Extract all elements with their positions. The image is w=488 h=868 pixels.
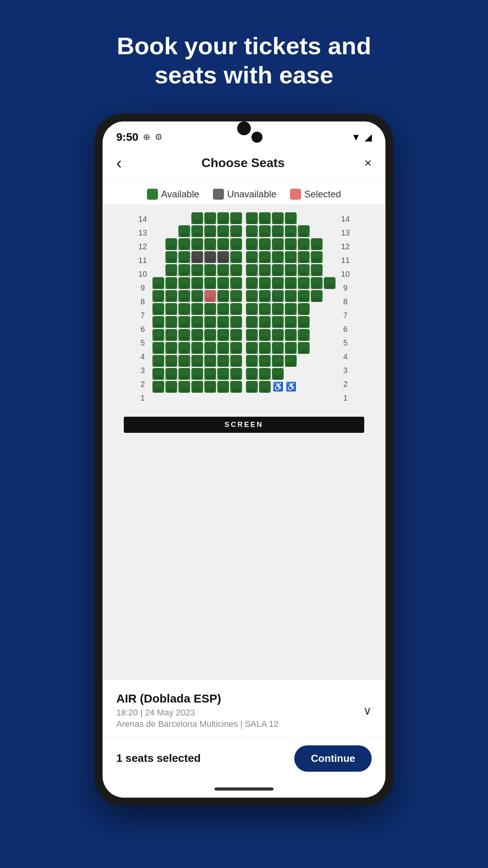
- seat[interactable]: [324, 277, 336, 289]
- seat[interactable]: [272, 303, 284, 315]
- seat[interactable]: [259, 355, 271, 367]
- seat[interactable]: [152, 368, 164, 380]
- seat[interactable]: [230, 368, 242, 380]
- seat[interactable]: [298, 290, 310, 302]
- seat[interactable]: [272, 225, 284, 237]
- seat[interactable]: [285, 329, 297, 341]
- seat[interactable]: [191, 238, 203, 250]
- seat[interactable]: [272, 264, 284, 276]
- seat[interactable]: [152, 303, 164, 315]
- seat[interactable]: [204, 329, 216, 341]
- seat[interactable]: [152, 355, 164, 367]
- seat[interactable]: [204, 368, 216, 380]
- seat[interactable]: [165, 277, 177, 289]
- seat[interactable]: [217, 368, 229, 380]
- seat[interactable]: [230, 251, 242, 263]
- seat[interactable]: [178, 329, 190, 341]
- seat[interactable]: [285, 212, 297, 224]
- seat[interactable]: [246, 212, 258, 224]
- seat[interactable]: [217, 277, 229, 289]
- seat[interactable]: [204, 342, 216, 354]
- seat[interactable]: [246, 225, 258, 237]
- seat[interactable]: [298, 316, 310, 328]
- seat[interactable]: [285, 303, 297, 315]
- seat[interactable]: [285, 277, 297, 289]
- seat[interactable]: [298, 238, 310, 250]
- seat[interactable]: [217, 303, 229, 315]
- seat[interactable]: [165, 290, 177, 302]
- seat[interactable]: [178, 342, 190, 354]
- seat[interactable]: [246, 264, 258, 276]
- seat[interactable]: [272, 212, 284, 224]
- seat[interactable]: [178, 368, 190, 380]
- seat[interactable]: [259, 290, 271, 302]
- seat[interactable]: [246, 329, 258, 341]
- seat[interactable]: [272, 290, 284, 302]
- seat[interactable]: [191, 316, 203, 328]
- seat[interactable]: [230, 342, 242, 354]
- seat[interactable]: [259, 264, 271, 276]
- seat[interactable]: [246, 238, 258, 250]
- wheelchair-seat[interactable]: ♿: [272, 381, 284, 393]
- seat[interactable]: [204, 225, 216, 237]
- seat[interactable]: [246, 316, 258, 328]
- seat[interactable]: [259, 238, 271, 250]
- seat[interactable]: [217, 212, 229, 224]
- seat[interactable]: [178, 316, 190, 328]
- seat[interactable]: [230, 355, 242, 367]
- back-button[interactable]: ‹: [116, 154, 122, 173]
- seat[interactable]: [191, 212, 203, 224]
- chevron-down-icon[interactable]: ∨: [363, 704, 372, 717]
- seat[interactable]: [311, 290, 323, 302]
- close-button[interactable]: ×: [364, 156, 372, 170]
- seat[interactable]: [191, 303, 203, 315]
- seat[interactable]: [204, 381, 216, 393]
- seat[interactable]: [204, 212, 216, 224]
- seat[interactable]: [191, 264, 203, 276]
- seat[interactable]: [246, 342, 258, 354]
- seat[interactable]: [230, 212, 242, 224]
- seat[interactable]: [204, 277, 216, 289]
- seat[interactable]: [298, 264, 310, 276]
- seat[interactable]: [165, 329, 177, 341]
- seat[interactable]: [272, 355, 284, 367]
- seat[interactable]: [259, 342, 271, 354]
- seat[interactable]: [230, 290, 242, 302]
- seat[interactable]: [311, 251, 323, 263]
- seat[interactable]: [298, 342, 310, 354]
- seat[interactable]: [285, 355, 297, 367]
- seat[interactable]: [217, 355, 229, 367]
- seat[interactable]: [230, 329, 242, 341]
- seat[interactable]: [165, 264, 177, 276]
- seat[interactable]: [165, 303, 177, 315]
- seat[interactable]: [230, 264, 242, 276]
- seat[interactable]: [165, 251, 177, 263]
- seat[interactable]: [259, 316, 271, 328]
- seat[interactable]: [298, 277, 310, 289]
- seat[interactable]: [191, 368, 203, 380]
- seat[interactable]: [259, 303, 271, 315]
- seat[interactable]: [217, 290, 229, 302]
- seat[interactable]: [272, 316, 284, 328]
- seat[interactable]: [230, 225, 242, 237]
- seat[interactable]: [191, 277, 203, 289]
- seat[interactable]: [191, 290, 203, 302]
- seat[interactable]: [285, 238, 297, 250]
- seat[interactable]: [178, 277, 190, 289]
- seat[interactable]: [191, 342, 203, 354]
- seat[interactable]: [285, 251, 297, 263]
- seat[interactable]: [259, 368, 271, 380]
- seat[interactable]: [204, 264, 216, 276]
- seat[interactable]: [165, 238, 177, 250]
- seat[interactable]: [259, 212, 271, 224]
- seat[interactable]: [165, 368, 177, 380]
- seat[interactable]: [246, 277, 258, 289]
- seat[interactable]: [246, 251, 258, 263]
- seat[interactable]: [230, 381, 242, 393]
- seat[interactable]: [178, 381, 190, 393]
- seat[interactable]: [217, 316, 229, 328]
- seat[interactable]: [259, 329, 271, 341]
- seat[interactable]: [217, 225, 229, 237]
- seat[interactable]: [285, 342, 297, 354]
- seat[interactable]: [272, 238, 284, 250]
